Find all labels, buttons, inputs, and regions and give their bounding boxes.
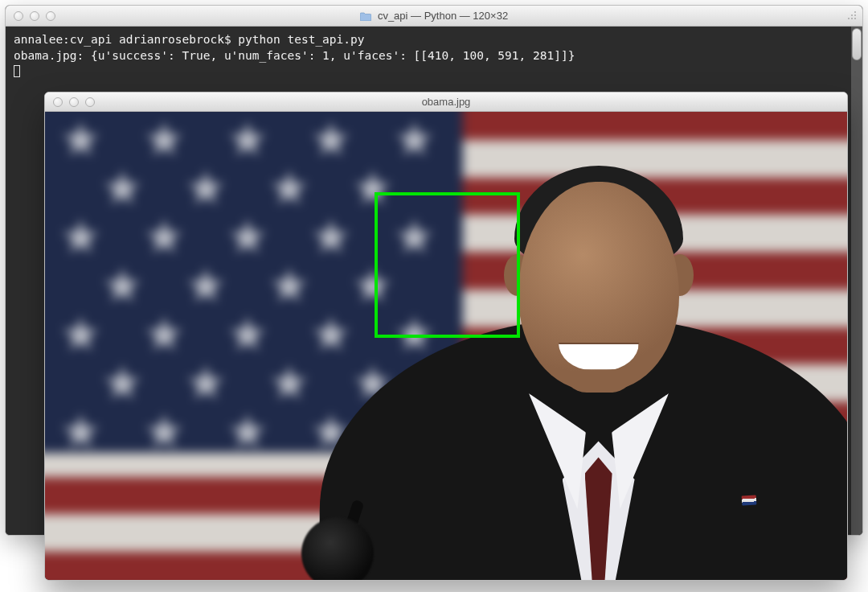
minimize-icon[interactable] — [30, 11, 39, 21]
terminal-output: obama.jpg: {u'success': True, u'num_face… — [14, 49, 575, 62]
zoom-icon[interactable] — [46, 11, 55, 21]
image-canvas — [45, 112, 847, 580]
close-icon[interactable] — [14, 11, 23, 21]
terminal-title: cv_api — Python — 120×32 — [6, 10, 862, 22]
svg-rect-3 — [848, 18, 850, 19]
flag-pin-icon — [742, 495, 757, 505]
image-title: obama.jpg — [45, 96, 847, 108]
svg-rect-1 — [851, 14, 853, 16]
svg-rect-4 — [851, 18, 853, 19]
face-detection-box — [375, 192, 520, 338]
terminal-title-text: cv_api — Python — 120×32 — [378, 10, 508, 22]
close-icon[interactable] — [53, 97, 63, 107]
resize-grip-icon[interactable] — [846, 10, 859, 23]
terminal-prompt: annalee:cv_api adrianrosebrock$ — [14, 33, 238, 46]
terminal-titlebar[interactable]: cv_api — Python — 120×32 — [6, 6, 862, 27]
terminal-cursor-icon — [14, 65, 20, 77]
svg-rect-2 — [854, 14, 856, 16]
folder-icon — [360, 11, 371, 20]
image-window: obama.jpg — [44, 92, 848, 581]
minimize-icon[interactable] — [69, 97, 79, 107]
svg-rect-0 — [854, 11, 856, 13]
svg-rect-5 — [854, 18, 856, 19]
terminal-command: python test_api.py — [238, 33, 364, 46]
terminal-scrollbar-thumb[interactable] — [852, 28, 862, 60]
terminal-scrollbar[interactable] — [851, 27, 862, 535]
image-title-text: obama.jpg — [422, 96, 471, 108]
zoom-icon[interactable] — [85, 97, 95, 107]
traffic-lights — [6, 11, 55, 21]
traffic-lights — [45, 97, 95, 107]
image-titlebar[interactable]: obama.jpg — [45, 92, 847, 112]
